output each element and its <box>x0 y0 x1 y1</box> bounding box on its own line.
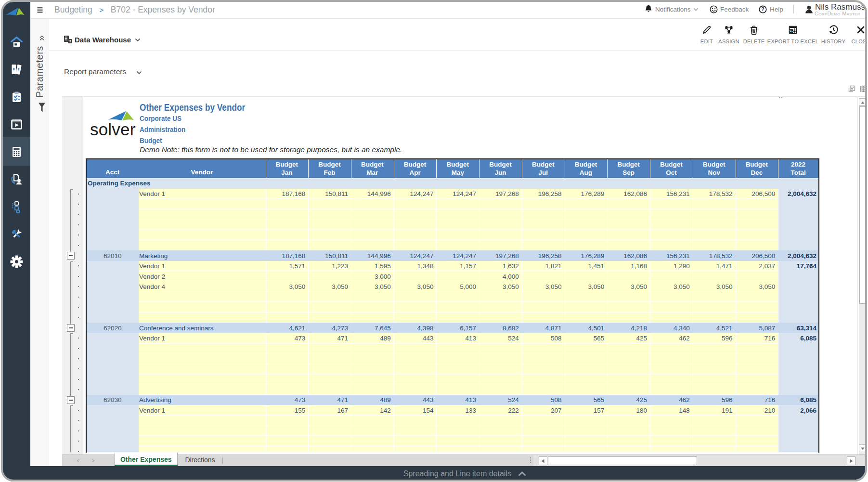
svg-text:Xu: Xu <box>790 29 793 33</box>
svg-text:?: ? <box>761 6 764 12</box>
